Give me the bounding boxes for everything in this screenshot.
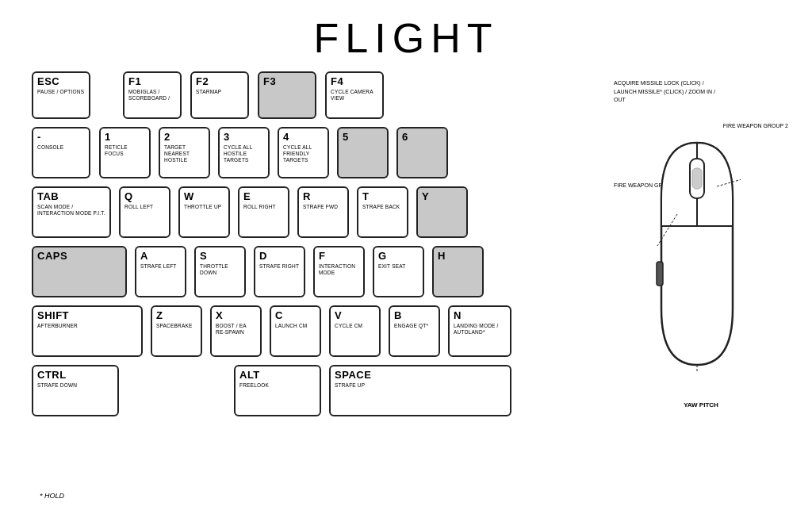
key-action-g: EXIT SEAT	[378, 263, 405, 270]
mouse-top-label: ACQUIRE MISSILE LOCK (CLICK) / LAUNCH MI…	[614, 79, 725, 105]
mouse-bottom-label: YAW PITCH	[684, 401, 718, 409]
key-action-w: THROTTLE UP	[184, 204, 221, 210]
key-label-tab: TAB	[37, 191, 59, 202]
key-label-esc: ESC	[37, 76, 59, 87]
page-title: FLIGHT	[0, 0, 812, 70]
key-label-r: R	[303, 191, 311, 202]
key-d: DSTRAFE RIGHT	[254, 246, 305, 297]
key-shift: SHIFTAFTERBURNER	[32, 305, 143, 357]
key-label-z: Z	[156, 310, 163, 321]
key-action-n: LANDING MODE / AUTOLAND*	[454, 323, 506, 336]
key-action-ctrl: STRAFE DOWN	[37, 382, 77, 389]
key-label-space: SPACE	[335, 370, 371, 381]
key-action-1: RETICLE FOCUS	[105, 144, 145, 157]
key-b: BENGAGE QT*	[389, 305, 440, 357]
key-f1: F1MOBIGLAS / SCOREBOARD /	[123, 71, 182, 119]
key-label-v: V	[335, 310, 342, 321]
key-4: 4CYCLE ALL FRIENDLY TARGETS	[278, 127, 329, 178]
key-label-f: F	[319, 251, 325, 262]
key-label-shift: SHIFT	[37, 310, 69, 321]
key-action-2: TARGET NEAREST HOSTILE	[164, 144, 205, 163]
mouse-svg	[653, 135, 741, 373]
key-label-5: 5	[343, 132, 349, 143]
key-action-4: CYCLE ALL FRIENDLY TARGETS	[283, 144, 324, 163]
key-label-q: Q	[124, 191, 133, 202]
footer-note: * HOLD	[40, 492, 64, 500]
key-q: QROLL LEFT	[119, 186, 170, 238]
key-label-ctrl: CTRL	[37, 370, 67, 381]
key-action-space: STRAFE UP	[335, 382, 365, 389]
mouse-right-label: FIRE WEAPON GROUP 2	[723, 123, 788, 128]
key-label-4: 4	[283, 132, 289, 143]
key-s: STHROTTLE DOWN	[194, 246, 246, 297]
key-action-esc: PAUSE / OPTIONS	[37, 89, 84, 95]
key-action-b: ENGAGE QT*	[394, 323, 428, 329]
svg-rect-1	[692, 168, 702, 189]
key-label-e: E	[243, 191, 251, 202]
key-label-d: D	[259, 251, 267, 262]
key-label-a: A	[140, 251, 148, 262]
key-tilde: -CONSOLE	[32, 127, 90, 178]
key-5: 5	[337, 127, 389, 178]
key-action-v: CYCLE CM	[335, 323, 362, 329]
key-action-f2: STARMAP	[196, 89, 221, 95]
key-3: 3CYCLE ALL HOSTILE TARGETS	[218, 127, 270, 178]
key-action-q: ROLL LEFT	[124, 204, 153, 210]
key-w: WTHROTTLE UP	[178, 186, 230, 238]
key-label-g: G	[378, 251, 387, 262]
key-caps: CAPS	[32, 246, 127, 297]
key-alt: ALTFREELOOK	[234, 365, 321, 416]
key-label-f1: F1	[128, 76, 141, 87]
key-action-tilde: CONSOLE	[37, 144, 63, 151]
key-action-z: SPACEBRAKE	[156, 323, 193, 329]
key-esc: ESCPAUSE / OPTIONS	[32, 71, 90, 119]
key-h: H	[432, 246, 484, 297]
key-label-f4: F4	[331, 76, 343, 87]
key-action-tab: SCAN MODE / INTERACTION MODE P.I.T.	[37, 204, 105, 217]
key-c: CLAUNCH CM	[270, 305, 321, 357]
key-label-6: 6	[402, 132, 408, 143]
key-label-f3: F3	[263, 76, 276, 87]
key-label-w: W	[184, 191, 194, 202]
key-label-h: H	[438, 251, 446, 262]
key-action-e: ROLL RIGHT	[243, 204, 276, 210]
key-label-b: B	[394, 310, 402, 321]
key-f: FINTERACTION MODE	[313, 246, 365, 297]
key-action-r: STRAFE FWD	[303, 204, 338, 210]
key-action-d: STRAFE RIGHT	[259, 263, 299, 270]
key-label-t: T	[362, 191, 369, 202]
key-action-f: INTERACTION MODE	[319, 263, 359, 276]
key-label-tilde: -	[37, 132, 41, 143]
key-f3: F3	[258, 71, 316, 119]
key-n: NLANDING MODE / AUTOLAND*	[448, 305, 511, 357]
key-label-caps: CAPS	[37, 251, 67, 262]
key-v: VCYCLE CM	[329, 305, 381, 357]
key-label-alt: ALT	[239, 370, 260, 381]
key-6: 6	[396, 127, 448, 178]
key-1: 1RETICLE FOCUS	[99, 127, 151, 178]
key-label-3: 3	[224, 132, 230, 143]
key-space: SPACESTRAFE UP	[329, 365, 511, 416]
key-x: XBOOST / EA RE-SPAWN	[210, 305, 262, 357]
key-action-alt: FREELOOK	[239, 382, 269, 389]
key-action-3: CYCLE ALL HOSTILE TARGETS	[224, 144, 264, 163]
svg-rect-3	[657, 262, 663, 286]
key-label-x: X	[216, 310, 223, 321]
key-label-2: 2	[164, 132, 170, 143]
key-z: ZSPACEBRAKE	[151, 305, 202, 357]
key-label-s: S	[200, 251, 207, 262]
mouse-diagram: ACQUIRE MISSILE LOCK (CLICK) / LAUNCH MI…	[614, 79, 788, 412]
key-label-c: C	[275, 310, 283, 321]
key-action-c: LAUNCH CM	[275, 323, 307, 329]
key-action-x: BOOST / EA RE-SPAWN	[216, 323, 256, 336]
key-g: GEXIT SEAT	[373, 246, 424, 297]
key-label-n: N	[454, 310, 462, 321]
key-f4: F4CYCLE CAMERA VIEW	[325, 71, 384, 119]
key-action-t: STRAFE BACK	[362, 204, 400, 210]
key-ctrl: CTRLSTRAFE DOWN	[32, 365, 119, 416]
key-r: RSTRAFE FWD	[297, 186, 349, 238]
key-label-1: 1	[105, 132, 111, 143]
key-label-y: Y	[422, 191, 429, 202]
key-y: Y	[416, 186, 468, 238]
key-a: ASTRAFE LEFT	[135, 246, 186, 297]
